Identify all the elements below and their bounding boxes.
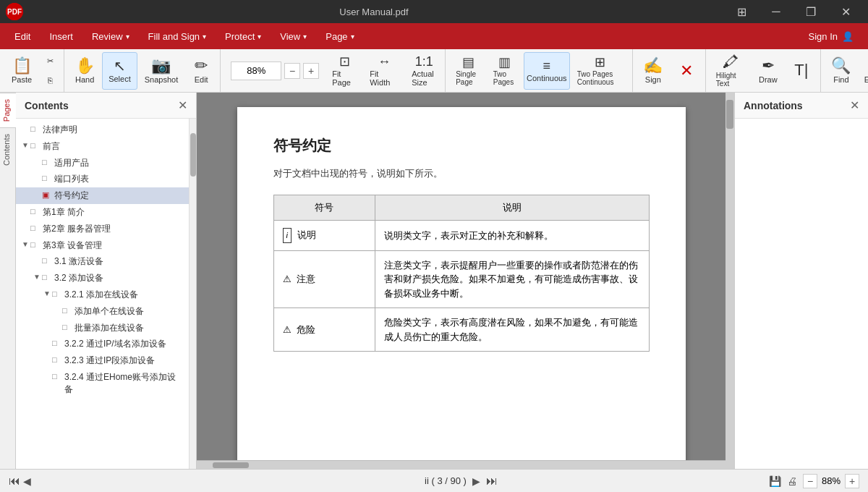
sign-in-button[interactable]: Sign In 👤 (800, 28, 862, 45)
table-header-desc: 说明 (375, 195, 649, 221)
tree-item-text: 第2章 服务器管理 (43, 223, 183, 235)
zoom-status: − 88% + (803, 474, 859, 488)
tree-item-321b[interactable]: □ 批量添加在线设备 (16, 320, 189, 336)
sign-cancel-button[interactable]: ✕ (671, 52, 702, 90)
status-right: 💾 🖨 − 88% + (769, 474, 859, 488)
status-zoom-plus[interactable]: + (845, 474, 859, 488)
menu-protect[interactable]: Protect ▾ (216, 28, 270, 45)
annotations-panel-close[interactable]: ✕ (850, 98, 859, 112)
hand-button[interactable]: ✋ Hand (69, 52, 101, 90)
sidebar-tab-pages[interactable]: Pages (0, 93, 16, 127)
print-icon[interactable]: 🖨 (787, 475, 797, 487)
menu-insert[interactable]: Insert (41, 28, 82, 45)
pdf-hscrollbar[interactable] (197, 460, 726, 469)
tree-item-32[interactable]: ▼ □ 3.2 添加设备 (16, 270, 189, 287)
tree-item-31[interactable]: □ 3.1 激活设备 (16, 253, 189, 270)
tree-item-legal[interactable]: □ 法律声明 (16, 122, 189, 138)
export-button[interactable]: ↗ Export (859, 52, 868, 90)
tree-item-ports[interactable]: □ 端口列表 (16, 171, 189, 187)
next-page-icon[interactable]: ▶ (472, 475, 480, 487)
toolbar-tools-group: ✋ Hand ↖ Select 📷 Snapshot ✏ Edit (66, 49, 221, 92)
pdf-area: 符号约定 对于文档中出现的符号，说明如下所示。 符号 说明 i 说明 (197, 93, 726, 469)
highlight-icon: 🖍 (723, 54, 739, 70)
two-pages-continuous-icon: ⊞ (595, 56, 605, 69)
two-pages-button[interactable]: ▥ Two Pages (488, 52, 522, 90)
menu-edit[interactable]: Edit (6, 28, 39, 45)
zoom-control: − + (225, 62, 325, 80)
menu-page[interactable]: Page ▾ (317, 28, 362, 45)
fit-width-button[interactable]: ↔ Fit Width (364, 52, 404, 90)
tree-item-products[interactable]: □ 适用产品 (16, 155, 189, 171)
single-page-button[interactable]: ▤ Single Page (450, 52, 486, 90)
tree-item-322[interactable]: □ 3.2.2 通过IP/域名添加设备 (16, 336, 189, 352)
app-logo: PDF (6, 3, 23, 20)
maximize-button[interactable]: ⊞ (725, 0, 758, 23)
restore-button[interactable]: ❐ (794, 0, 827, 23)
tree-item-324[interactable]: □ 3.2.4 通过EHome账号添加设备 (16, 369, 189, 398)
two-pages-continuous-button[interactable]: ⊞ Two Pages Continuous (571, 52, 629, 90)
sign-button[interactable]: ✍ Sign (637, 52, 669, 90)
sign-in-avatar-icon: 👤 (842, 31, 854, 42)
main-layout: Pages Contents Contents ✕ □ 法律声明 ▼ □ 前言 (0, 93, 868, 469)
edit-icon: ✏ (195, 58, 208, 74)
copy-button[interactable]: ⎘ (39, 72, 61, 89)
select-label: Select (109, 75, 131, 83)
single-page-label: Single Page (456, 70, 480, 86)
tree-item-ch2[interactable]: □ 第2章 服务器管理 (16, 221, 189, 237)
fit-page-label: Fit Page (332, 69, 357, 87)
export-label: Export (864, 75, 868, 84)
contents-panel-title: Contents (25, 100, 69, 111)
menu-review[interactable]: Review ▾ (83, 28, 138, 45)
page-icon: □ (52, 289, 62, 300)
fit-width-icon: ↔ (378, 55, 391, 68)
tree-item-symbols[interactable]: ▣ 符号约定 (16, 187, 189, 204)
draw-button[interactable]: ✒ Draw (752, 52, 784, 90)
pdf-vscrollbar[interactable] (726, 93, 734, 469)
pdf-scroll[interactable]: 符号约定 对于文档中出现的符号，说明如下所示。 符号 说明 i 说明 (197, 93, 726, 460)
prev-page-icon[interactable]: ◀ (23, 475, 31, 487)
highlight-button[interactable]: 🖍 Hilight Text (710, 52, 751, 90)
contents-scrollbar[interactable] (189, 119, 196, 469)
annotations-content (735, 119, 868, 469)
minimize-button[interactable]: ─ (760, 0, 793, 23)
paste-icon: 📋 (12, 58, 32, 74)
first-page-icon[interactable]: ⏮ (9, 475, 20, 488)
page-icon: □ (42, 157, 52, 168)
zoom-input[interactable] (231, 62, 281, 80)
symbol-cell-warning: ⚠ 注意 (273, 250, 375, 308)
actual-size-button[interactable]: 1:1 Actual Size (406, 52, 442, 90)
tree-item-321[interactable]: ▼ □ 3.2.1 添加在线设备 (16, 287, 189, 303)
menu-fill-sign[interactable]: Fill and Sign ▾ (140, 28, 216, 45)
select-button[interactable]: ↖ Select (102, 52, 137, 90)
menu-view[interactable]: View ▾ (271, 28, 315, 45)
tree-item-323[interactable]: □ 3.2.3 通过IP段添加设备 (16, 352, 189, 369)
edit-button[interactable]: ✏ Edit (185, 52, 217, 90)
find-button[interactable]: 🔍 Find (825, 52, 857, 90)
toolbar-clipboard-group: 📋 Paste ✂ ⎘ (3, 49, 64, 92)
last-page-icon[interactable]: ⏭ (486, 475, 498, 488)
zoom-plus-button[interactable]: + (303, 63, 319, 79)
tree-item-ch3[interactable]: ▼ □ 第3章 设备管理 (16, 237, 189, 254)
save-icon[interactable]: 💾 (769, 475, 781, 487)
continuous-button[interactable]: ≡ Continuous (524, 52, 570, 90)
contents-panel-header: Contents ✕ (16, 93, 196, 119)
tree-item-preface[interactable]: ▼ □ 前言 (16, 138, 189, 155)
snapshot-button[interactable]: 📷 Snapshot (139, 52, 184, 90)
close-button[interactable]: ✕ (829, 0, 862, 23)
status-zoom-minus[interactable]: − (803, 474, 817, 488)
desc-cell-danger: 危险类文字，表示有高度潜在风险，如果不加避免，有可能造成人员伤亡的重大危险。 (375, 308, 649, 352)
paste-button[interactable]: 📋 Paste (6, 52, 38, 90)
zoom-minus-button[interactable]: − (284, 63, 300, 79)
annotations-panel-header: Annotations ✕ (735, 93, 868, 119)
tree-item-text: 适用产品 (54, 157, 183, 169)
tree-item-ch1[interactable]: □ 第1章 简介 (16, 204, 189, 221)
page-icon: □ (42, 255, 52, 266)
warning-symbol-text: 注意 (297, 273, 315, 284)
cut-button[interactable]: ✂ (39, 53, 61, 70)
tree-item-321a[interactable]: □ 添加单个在线设备 (16, 303, 189, 320)
contents-panel-close[interactable]: ✕ (178, 98, 187, 112)
page-icon: □ (52, 371, 62, 382)
sidebar-tab-contents[interactable]: Contents (0, 127, 16, 171)
typewriter-button[interactable]: T| (786, 52, 817, 90)
fit-page-button[interactable]: ⊡ Fit Page (326, 52, 362, 90)
